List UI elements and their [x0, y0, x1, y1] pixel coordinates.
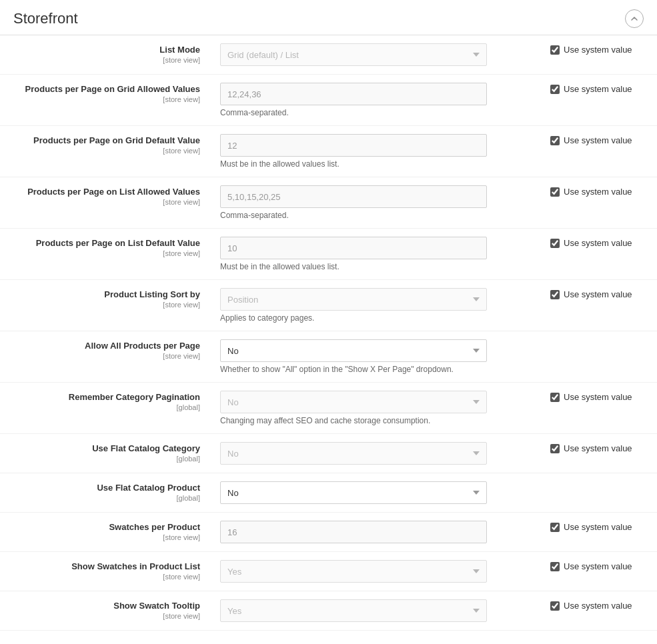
system-value-label-use-flat-catalog-category[interactable]: Use system value — [550, 443, 644, 453]
system-value-label-products-per-page-list-default[interactable]: Use system value — [550, 238, 644, 248]
collapse-button[interactable] — [625, 9, 644, 28]
settings-row-products-per-page-grid-allowed: Products per Page on Grid Allowed Values… — [0, 75, 657, 126]
label-cell-show-swatches-in-product-list: Show Swatches in Product List [store vie… — [0, 552, 213, 591]
system-value-cell-show-swatches-in-product-list: Use system value — [537, 552, 657, 591]
input-products-per-page-list-allowed — [220, 185, 487, 208]
system-value-label-list-mode[interactable]: Use system value — [550, 45, 644, 55]
field-scope-products-per-page-grid-allowed: [store view] — [13, 95, 200, 103]
control-cell-allow-all-products: NoYes Whether to show "All" option in th… — [213, 331, 537, 383]
system-value-text-list-mode: Use system value — [564, 45, 632, 55]
system-value-cell-products-per-page-grid-default: Use system value — [537, 126, 657, 177]
system-value-checkbox-show-swatch-tooltip[interactable] — [550, 601, 560, 611]
system-value-checkbox-product-listing-sort[interactable] — [550, 290, 560, 299]
select-allow-all-products[interactable]: NoYes — [220, 339, 487, 362]
system-value-cell-show-swatch-tooltip: Use system value — [537, 591, 657, 631]
settings-row-use-flat-catalog-product: Use Flat Catalog Product [global] NoYes — [0, 473, 657, 513]
label-cell-products-per-page-list-default: Products per Page on List Default Value … — [0, 229, 213, 280]
label-cell-remember-category-pagination: Remember Category Pagination [global] — [0, 383, 213, 434]
select-remember-category-pagination: NoYes — [220, 391, 487, 413]
page-container: Storefront List Mode [store view] Grid (… — [0, 0, 657, 631]
input-products-per-page-grid-allowed — [220, 83, 487, 105]
input-swatches-per-product — [220, 521, 487, 543]
field-scope-show-swatch-tooltip: [store view] — [13, 612, 200, 620]
field-scope-use-flat-catalog-category: [global] — [13, 455, 200, 463]
system-value-label-remember-category-pagination[interactable]: Use system value — [550, 392, 644, 402]
system-value-checkbox-list-mode[interactable] — [550, 45, 560, 55]
select-show-swatches-in-product-list: YesNo — [220, 560, 487, 583]
control-cell-show-swatch-tooltip: YesNo — [213, 591, 537, 631]
system-value-label-products-per-page-grid-allowed[interactable]: Use system value — [550, 84, 644, 94]
input-products-per-page-grid-default — [220, 134, 487, 157]
hint-products-per-page-grid-allowed: Comma-separated. — [220, 108, 530, 117]
hint-products-per-page-grid-default: Must be in the allowed values list. — [220, 159, 530, 169]
settings-table: List Mode [store view] Grid (default) / … — [0, 35, 657, 631]
control-cell-products-per-page-grid-allowed: Comma-separated. — [213, 75, 537, 126]
control-cell-products-per-page-list-default: Must be in the allowed values list. — [213, 229, 537, 280]
hint-products-per-page-list-allowed: Comma-separated. — [220, 211, 530, 220]
system-value-text-use-flat-catalog-category: Use system value — [564, 443, 632, 453]
settings-row-show-swatches-in-product-list: Show Swatches in Product List [store vie… — [0, 552, 657, 591]
system-value-checkbox-remember-category-pagination[interactable] — [550, 393, 560, 402]
select-show-swatch-tooltip: YesNo — [220, 599, 487, 622]
label-cell-products-per-page-grid-default: Products per Page on Grid Default Value … — [0, 126, 213, 177]
system-value-checkbox-products-per-page-grid-allowed[interactable] — [550, 85, 560, 94]
field-scope-show-swatches-in-product-list: [store view] — [13, 573, 200, 581]
label-cell-allow-all-products: Allow All Products per Page [store view] — [0, 331, 213, 383]
hint-allow-all-products: Whether to show "All" option in the "Sho… — [220, 365, 530, 374]
field-scope-products-per-page-list-allowed: [store view] — [13, 198, 200, 206]
label-cell-show-swatch-tooltip: Show Swatch Tooltip [store view] — [0, 591, 213, 631]
field-label-list-mode: List Mode — [13, 45, 200, 55]
control-cell-list-mode: Grid (default) / ListList onlyGrid only — [213, 35, 537, 75]
system-value-cell-products-per-page-grid-allowed: Use system value — [537, 75, 657, 126]
label-cell-use-flat-catalog-category: Use Flat Catalog Category [global] — [0, 434, 213, 473]
field-scope-swatches-per-product: [store view] — [13, 533, 200, 541]
system-value-text-show-swatches-in-product-list: Use system value — [564, 561, 632, 571]
field-label-product-listing-sort: Product Listing Sort by — [13, 289, 200, 299]
system-value-cell-list-mode: Use system value — [537, 35, 657, 75]
control-cell-products-per-page-grid-default: Must be in the allowed values list. — [213, 126, 537, 177]
system-value-cell-allow-all-products — [537, 331, 657, 383]
control-cell-use-flat-catalog-product: NoYes — [213, 473, 537, 513]
system-value-checkbox-use-flat-catalog-category[interactable] — [550, 444, 560, 453]
control-cell-swatches-per-product — [213, 513, 537, 552]
system-value-text-products-per-page-list-default: Use system value — [564, 238, 632, 248]
field-label-show-swatch-tooltip: Show Swatch Tooltip — [13, 601, 200, 611]
system-value-checkbox-products-per-page-list-allowed[interactable] — [550, 187, 560, 197]
field-scope-list-mode: [store view] — [13, 56, 200, 64]
select-list-mode: Grid (default) / ListList onlyGrid only — [220, 43, 487, 66]
system-value-checkbox-show-swatches-in-product-list[interactable] — [550, 562, 560, 571]
system-value-label-swatches-per-product[interactable]: Use system value — [550, 522, 644, 532]
settings-row-product-listing-sort: Product Listing Sort by [store view] Pos… — [0, 280, 657, 331]
system-value-text-products-per-page-grid-default: Use system value — [564, 135, 632, 145]
system-value-checkbox-swatches-per-product[interactable] — [550, 523, 560, 532]
control-cell-remember-category-pagination: NoYes Changing may affect SEO and cache … — [213, 383, 537, 434]
field-scope-allow-all-products: [store view] — [13, 352, 200, 360]
system-value-cell-swatches-per-product: Use system value — [537, 513, 657, 552]
system-value-label-product-listing-sort[interactable]: Use system value — [550, 289, 644, 299]
field-label-show-swatches-in-product-list: Show Swatches in Product List — [13, 561, 200, 571]
system-value-label-show-swatches-in-product-list[interactable]: Use system value — [550, 561, 644, 571]
field-label-products-per-page-list-allowed: Products per Page on List Allowed Values — [13, 187, 200, 197]
settings-row-products-per-page-grid-default: Products per Page on Grid Default Value … — [0, 126, 657, 177]
control-cell-show-swatches-in-product-list: YesNo — [213, 552, 537, 591]
system-value-text-swatches-per-product: Use system value — [564, 522, 632, 532]
select-use-flat-catalog-product[interactable]: NoYes — [220, 481, 487, 504]
system-value-checkbox-products-per-page-list-default[interactable] — [550, 239, 560, 248]
system-value-label-products-per-page-list-allowed[interactable]: Use system value — [550, 187, 644, 197]
system-value-text-product-listing-sort: Use system value — [564, 289, 632, 299]
settings-row-remember-category-pagination: Remember Category Pagination [global] No… — [0, 383, 657, 434]
settings-row-products-per-page-list-default: Products per Page on List Default Value … — [0, 229, 657, 280]
system-value-cell-use-flat-catalog-product — [537, 473, 657, 513]
system-value-label-products-per-page-grid-default[interactable]: Use system value — [550, 135, 644, 145]
system-value-checkbox-products-per-page-grid-default[interactable] — [550, 136, 560, 145]
label-cell-swatches-per-product: Swatches per Product [store view] — [0, 513, 213, 552]
system-value-text-show-swatch-tooltip: Use system value — [564, 601, 632, 611]
control-cell-use-flat-catalog-category: NoYes — [213, 434, 537, 473]
label-cell-product-listing-sort: Product Listing Sort by [store view] — [0, 280, 213, 331]
system-value-label-show-swatch-tooltip[interactable]: Use system value — [550, 601, 644, 611]
select-product-listing-sort: PositionNamePrice — [220, 288, 487, 311]
hint-remember-category-pagination: Changing may affect SEO and cache storag… — [220, 416, 530, 425]
settings-row-products-per-page-list-allowed: Products per Page on List Allowed Values… — [0, 177, 657, 229]
settings-row-show-swatch-tooltip: Show Swatch Tooltip [store view] YesNo U… — [0, 591, 657, 631]
label-cell-products-per-page-grid-allowed: Products per Page on Grid Allowed Values… — [0, 75, 213, 126]
